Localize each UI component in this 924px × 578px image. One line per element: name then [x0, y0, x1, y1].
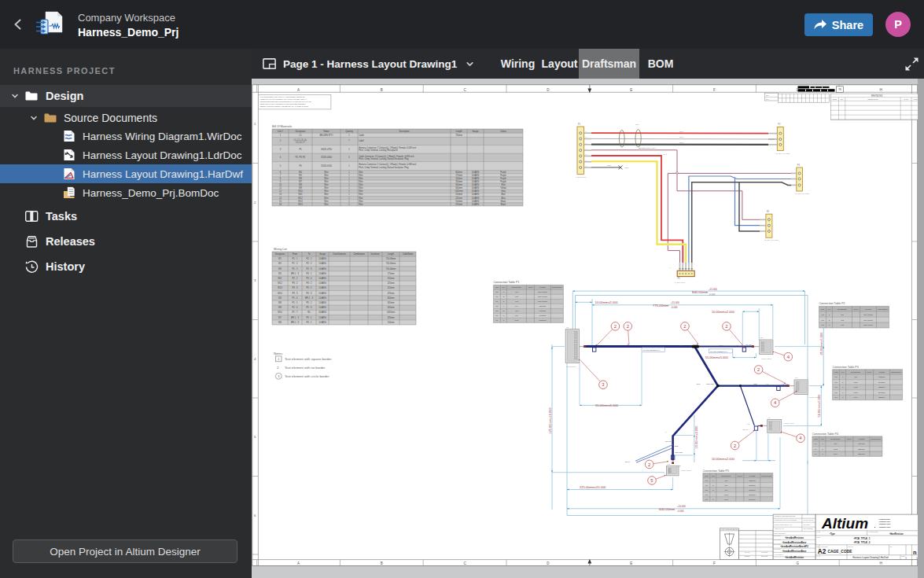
svg-text:10.00mm±2.000: 10.00mm±2.000 [712, 457, 735, 461]
svg-text:P3 : 2: P3 : 2 [293, 282, 298, 285]
svg-text:Color: Color [854, 308, 859, 311]
svg-text:T_BFL-2010: T_BFL-2010 [675, 282, 686, 284]
svg-text:*2013-2010: *2013-2010 [566, 366, 576, 368]
svg-text:840.00mm: 840.00mm [692, 290, 709, 294]
svg-text:Wire: Wire [359, 193, 363, 196]
svg-text:1055mm: 1055mm [455, 190, 462, 193]
svg-text:320mm: 320mm [388, 316, 395, 319]
svg-text:USED FOR MANUFACTURE WITHOUT W: USED FOR MANUFACTURE WITHOUT WRITTEN CON… [260, 103, 306, 105]
svg-text:REVISIONS: REVISIONS [871, 94, 882, 98]
svg-text:1055mm: 1055mm [387, 311, 395, 314]
svg-text:W3: W3 [515, 300, 518, 303]
svg-text:A2: A2 [818, 548, 826, 555]
svg-text:10 AWG: 10 AWG [318, 316, 326, 319]
svg-text:10 AWG: 10 AWG [472, 183, 480, 186]
svg-text:CableName: CableName [761, 475, 772, 477]
svg-text:55.00mm±5.000: 55.00mm±5.000 [595, 403, 619, 407]
svg-text:Pitch, Crimp Terminal, Locking: Pitch, Crimp Terminal, Locking, Natural … [359, 166, 409, 169]
svg-text:•ItemAndRevisionBase: •ItemAndRevisionBase [782, 541, 807, 544]
svg-text:CableName: CableName [891, 371, 902, 374]
svg-text:THIRD ANGLE PROJECTION: THIRD ANGLE PROJECTION [721, 528, 738, 530]
svg-text:CableName: CableName [871, 438, 882, 440]
svg-text:510mm: 510mm [388, 286, 395, 289]
svg-text:DIMENSIONS ARE IN MILLIMETERS: DIMENSIONS ARE IN MILLIMETERS [775, 519, 797, 521]
svg-text:n: n [913, 549, 917, 556]
svg-text:750.00mm: 750.00mm [863, 324, 873, 326]
svg-text:750.00mm: 750.00mm [538, 296, 547, 298]
svg-text:*C1: *C1 [635, 123, 639, 126]
svg-text:10 AWG: 10 AWG [472, 171, 480, 174]
svg-text:P4 : 1: P4 : 1 [307, 321, 312, 324]
svg-text:10 AWG: 10 AWG [318, 286, 326, 289]
svg-text:TN: TN [838, 88, 841, 91]
svg-text:P1 : 5: P1 : 5 [293, 301, 298, 304]
svg-text:P2 : 2: P2 : 2 [293, 277, 298, 280]
svg-text:150mm: 150mm [858, 443, 864, 445]
svg-text:225mm: 225mm [388, 292, 395, 295]
svg-text:DRAWN BY:: DRAWN BY: [775, 548, 782, 550]
svg-text:From: From [293, 252, 297, 256]
svg-text:W7: W7 [278, 316, 282, 319]
svg-text:T2-BX-2010: T2-BX-2010 [784, 422, 795, 425]
svg-text:Description: Description [399, 130, 410, 133]
svg-text:650mm: 650mm [539, 305, 546, 307]
svg-text:DO NOT SCALE: DO NOT SCALE [804, 519, 814, 521]
svg-text:ANGULAR ±0.5: ANGULAR ±0.5 [775, 528, 784, 529]
svg-text:ISSUED: ISSUED [745, 555, 750, 557]
svg-text:P1 : 7: P1 : 7 [293, 311, 298, 314]
svg-text:CableName: CableName [552, 286, 563, 289]
svg-text:ZONE: ZONE [833, 98, 837, 100]
svg-text:Grey: Grey [501, 190, 506, 193]
svg-text:510mm: 510mm [749, 494, 755, 496]
svg-text:W5: W5 [854, 376, 857, 378]
svg-text:H: H [879, 88, 882, 92]
svg-text:P2 : 3: P2 : 3 [307, 267, 312, 271]
svg-text:P4 : 3: P4 : 3 [307, 292, 312, 295]
svg-text:510mm: 510mm [388, 277, 395, 280]
svg-text:225mm: 225mm [455, 203, 462, 206]
svg-text:Bill Of Materials: Bill Of Materials [272, 125, 292, 128]
svg-text:HEREWITH IS THE PROPERTY OF AL: HEREWITH IS THE PROPERTY OF ALTIUM LIMIT… [260, 98, 307, 100]
svg-text:125.00mm±10.000: 125.00mm±10.000 [548, 407, 552, 434]
svg-text:Length: Length [878, 371, 885, 374]
svg-text:Wire: Wire [359, 177, 363, 180]
svg-text:W6: W6 [834, 443, 837, 445]
svg-text:W4: W4 [515, 305, 518, 307]
svg-text:Pad: Pad [834, 371, 838, 374]
svg-text:225mm: 225mm [858, 453, 864, 455]
svg-text:Purple: Purple [500, 177, 506, 180]
svg-text:W1x3: W1x3 [635, 344, 640, 346]
svg-text:W5: W5 [278, 272, 282, 275]
svg-text:Designator: Designator [512, 286, 521, 289]
svg-text:10 AWG: 10 AWG [318, 296, 326, 300]
svg-text:P5: P5 [299, 164, 302, 168]
svg-text:W1: W1 [841, 314, 844, 316]
svg-text:Designator: Designator [296, 130, 306, 133]
svg-text:W7: W7 [724, 480, 727, 482]
svg-text:Designator: Designator [830, 438, 840, 440]
svg-text:Wire: Wire [359, 186, 363, 190]
svg-text:565mm: 565mm [388, 301, 395, 304]
svg-text:320mm: 320mm [749, 480, 755, 482]
svg-text:W6: W6 [278, 321, 282, 324]
svg-text:W13: W13 [854, 392, 859, 394]
svg-text:Yellow: Yellow [500, 186, 506, 190]
svg-text:P1 : 2: P1 : 2 [293, 262, 298, 265]
svg-text:55.00mm±5.000: 55.00mm±5.000 [705, 355, 729, 359]
svg-text:2.: 2. [277, 366, 280, 370]
svg-text:Connection Table P3: Connection Table P3 [833, 366, 859, 369]
svg-text:10 AWG: 10 AWG [472, 177, 480, 180]
svg-text:175mm: 175mm [455, 174, 462, 177]
svg-text:BPL1 : X: BPL1 : X [291, 316, 300, 319]
svg-text:650mm: 650mm [455, 171, 462, 174]
svg-text:P1 : 4: P1 : 4 [293, 296, 298, 300]
svg-text:Wire: Wire [359, 197, 363, 200]
svg-text:Wire: Wire [359, 180, 363, 183]
svg-text:P4: P4 [767, 210, 770, 213]
svg-text:SIZE: SIZE [816, 547, 819, 547]
svg-text:APPROVED BY:: APPROVED BY: [775, 554, 784, 555]
svg-text:P1 : 1: P1 : 1 [293, 257, 298, 260]
svg-text:Text element with no border: Text element with no border [285, 366, 326, 370]
svg-text:Wire: Wire [359, 183, 363, 186]
svg-text:175mm: 175mm [388, 272, 395, 275]
